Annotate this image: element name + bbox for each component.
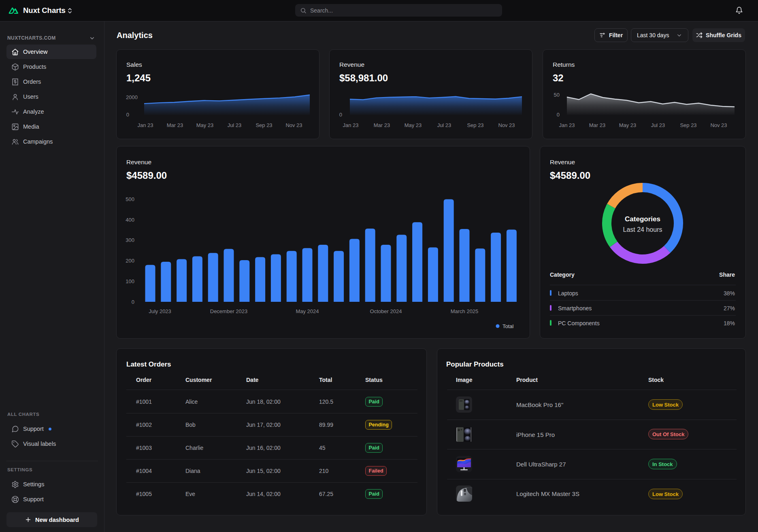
svg-text:July 2023: July 2023 bbox=[149, 308, 171, 314]
svg-text:Mar 23: Mar 23 bbox=[589, 122, 605, 128]
svg-text:Jan 23: Jan 23 bbox=[137, 122, 153, 128]
svg-text:Jul 23: Jul 23 bbox=[228, 122, 242, 128]
svg-text:500: 500 bbox=[126, 196, 134, 202]
svg-text:May 23: May 23 bbox=[405, 122, 422, 128]
svg-text:Nov 23: Nov 23 bbox=[285, 122, 302, 128]
svg-text:Nov 23: Nov 23 bbox=[710, 122, 727, 128]
svg-text:March 2025: March 2025 bbox=[451, 308, 479, 314]
svg-text:50: 50 bbox=[554, 92, 560, 98]
svg-text:May 2024: May 2024 bbox=[296, 308, 319, 314]
svg-text:Nov 23: Nov 23 bbox=[498, 122, 515, 128]
svg-text:300: 300 bbox=[126, 237, 134, 243]
svg-text:2000: 2000 bbox=[126, 94, 138, 100]
svg-text:Jan 23: Jan 23 bbox=[343, 122, 358, 128]
svg-text:Mar 23: Mar 23 bbox=[167, 122, 183, 128]
svg-text:Mar 23: Mar 23 bbox=[374, 122, 390, 128]
svg-text:Categories: Categories bbox=[625, 215, 660, 223]
svg-text:0: 0 bbox=[557, 112, 560, 118]
svg-text:December 2023: December 2023 bbox=[210, 308, 248, 314]
svg-text:100: 100 bbox=[126, 278, 134, 284]
svg-text:May 23: May 23 bbox=[619, 122, 637, 128]
svg-text:May 23: May 23 bbox=[196, 122, 214, 128]
svg-text:Sep 23: Sep 23 bbox=[680, 122, 696, 128]
svg-text:Total: Total bbox=[502, 323, 514, 329]
svg-text:Jul 23: Jul 23 bbox=[437, 122, 451, 128]
svg-text:Sep 23: Sep 23 bbox=[256, 122, 272, 128]
svg-text:Last 24 hours: Last 24 hours bbox=[623, 226, 662, 233]
svg-text:October 2024: October 2024 bbox=[370, 308, 402, 314]
svg-text:0: 0 bbox=[126, 112, 129, 118]
svg-text:400: 400 bbox=[126, 217, 134, 223]
svg-text:0: 0 bbox=[339, 112, 342, 118]
svg-text:Jan 23: Jan 23 bbox=[559, 122, 575, 128]
svg-text:200: 200 bbox=[126, 258, 134, 264]
svg-text:Jul 23: Jul 23 bbox=[651, 122, 665, 128]
svg-text:Sep 23: Sep 23 bbox=[467, 122, 483, 128]
svg-text:0: 0 bbox=[132, 299, 134, 305]
